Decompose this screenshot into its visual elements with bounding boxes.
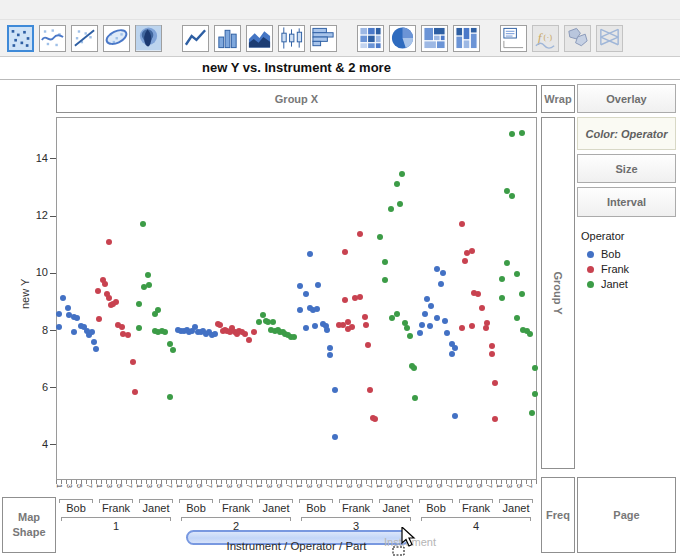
data-point-janet-inst4[interactable]	[519, 130, 525, 136]
data-point-frank-inst1[interactable]	[95, 288, 101, 294]
data-point-frank-inst4[interactable]	[475, 291, 481, 297]
data-point-janet-inst4[interactable]	[514, 315, 520, 321]
data-point-janet-inst3[interactable]	[377, 234, 383, 240]
data-point-frank-inst1[interactable]	[113, 299, 119, 305]
data-point-janet-inst3[interactable]	[382, 259, 388, 265]
group-y-dropzone[interactable]: Group Y	[541, 117, 575, 469]
data-point-bob-inst3[interactable]	[303, 291, 309, 297]
data-point-janet-inst1[interactable]	[146, 282, 152, 288]
data-point-frank-inst3[interactable]	[349, 324, 355, 330]
data-point-janet-inst1[interactable]	[136, 325, 142, 331]
data-point-frank-inst4[interactable]	[492, 380, 498, 386]
color-dropzone[interactable]: Color: Operator	[577, 117, 676, 150]
data-point-janet-inst1[interactable]	[136, 301, 142, 307]
data-point-bob-inst3[interactable]	[297, 307, 303, 313]
data-point-bob-inst4[interactable]	[449, 351, 455, 357]
data-point-frank-inst4[interactable]	[459, 221, 465, 227]
legend-item-frank[interactable]: Frank	[587, 263, 629, 275]
data-point-bob-inst4[interactable]	[442, 318, 448, 324]
data-point-frank-inst4[interactable]	[462, 258, 468, 264]
data-point-janet-inst4[interactable]	[527, 331, 533, 337]
data-point-bob-inst3[interactable]	[315, 282, 321, 288]
data-point-frank-inst3[interactable]	[363, 322, 369, 328]
area-icon[interactable]	[246, 25, 273, 52]
data-point-janet-inst3[interactable]	[404, 325, 410, 331]
data-point-janet-inst3[interactable]	[382, 277, 388, 283]
data-point-frank-inst1[interactable]	[130, 359, 136, 365]
data-point-frank-inst1[interactable]	[125, 332, 131, 338]
data-point-janet-inst1[interactable]	[167, 394, 173, 400]
data-point-bob-inst1[interactable]	[71, 329, 77, 335]
data-point-janet-inst4[interactable]	[514, 271, 520, 277]
data-point-bob-inst1[interactable]	[93, 346, 99, 352]
plot-area[interactable]	[56, 117, 537, 480]
data-point-bob-inst4[interactable]	[417, 330, 423, 336]
data-point-frank-inst1[interactable]	[106, 239, 112, 245]
bar-icon[interactable]	[214, 25, 241, 52]
data-point-bob-inst3[interactable]	[312, 323, 318, 329]
data-point-frank-inst4[interactable]	[479, 305, 485, 311]
smoother-icon[interactable]	[39, 25, 66, 52]
data-point-frank-inst2[interactable]	[251, 329, 257, 335]
data-point-janet-inst3[interactable]	[411, 365, 417, 371]
page-dropzone[interactable]: Page	[577, 477, 676, 553]
data-point-frank-inst3[interactable]	[357, 231, 363, 237]
data-point-frank-inst1[interactable]	[96, 316, 102, 322]
data-point-janet-inst2[interactable]	[270, 319, 276, 325]
data-point-bob-inst1[interactable]	[91, 339, 97, 345]
data-point-janet-inst3[interactable]	[412, 395, 418, 401]
data-point-janet-inst4[interactable]	[509, 193, 515, 199]
data-point-frank-inst1[interactable]	[119, 324, 125, 330]
size-button[interactable]: Size	[577, 154, 676, 183]
data-point-janet-inst2[interactable]	[256, 319, 262, 325]
data-point-frank-inst3[interactable]	[372, 416, 378, 422]
data-point-bob-inst3[interactable]	[314, 306, 320, 312]
data-point-bob-inst4[interactable]	[440, 270, 446, 276]
data-point-frank-inst2[interactable]	[246, 337, 252, 343]
data-point-frank-inst4[interactable]	[459, 325, 465, 331]
data-point-bob-inst1[interactable]	[56, 311, 62, 317]
data-point-bob-inst4[interactable]	[434, 266, 440, 272]
data-point-frank-inst1[interactable]	[102, 281, 108, 287]
caption-box-icon[interactable]	[500, 25, 527, 52]
data-point-frank-inst3[interactable]	[357, 294, 363, 300]
data-point-bob-inst3[interactable]	[297, 283, 303, 289]
data-point-bob-inst4[interactable]	[419, 322, 425, 328]
data-point-janet-inst3[interactable]	[407, 333, 413, 339]
data-point-frank-inst3[interactable]	[342, 297, 348, 303]
data-point-frank-inst4[interactable]	[489, 351, 495, 357]
data-point-janet-inst4[interactable]	[532, 391, 538, 397]
data-point-frank-inst3[interactable]	[342, 249, 348, 255]
wrap-dropzone[interactable]: Wrap	[541, 85, 575, 113]
data-point-frank-inst3[interactable]	[362, 314, 368, 320]
data-point-bob-inst2[interactable]	[212, 331, 218, 337]
data-point-janet-inst4[interactable]	[532, 365, 538, 371]
data-point-bob-inst3[interactable]	[324, 327, 330, 333]
data-point-frank-inst2[interactable]	[242, 331, 248, 337]
interval-button[interactable]: Interval	[577, 187, 676, 217]
ellipse-icon[interactable]	[103, 25, 130, 52]
data-point-bob-inst1[interactable]	[65, 305, 71, 311]
data-point-frank-inst4[interactable]	[489, 343, 495, 349]
data-point-bob-inst4[interactable]	[422, 311, 428, 317]
line-icon[interactable]	[182, 25, 209, 52]
data-point-janet-inst1[interactable]	[167, 341, 173, 347]
treemap-icon[interactable]	[421, 25, 448, 52]
data-point-frank-inst1[interactable]	[132, 389, 138, 395]
map-shape-dropzone[interactable]: Map Shape	[2, 497, 56, 553]
data-point-frank-inst3[interactable]	[365, 342, 371, 348]
data-point-janet-inst3[interactable]	[397, 201, 403, 207]
data-point-janet-inst4[interactable]	[499, 295, 505, 301]
group-x-dropzone[interactable]: Group X	[56, 85, 537, 113]
data-point-bob-inst4[interactable]	[434, 315, 440, 321]
data-point-frank-inst4[interactable]	[484, 320, 490, 326]
data-point-janet-inst3[interactable]	[399, 171, 405, 177]
data-point-frank-inst4[interactable]	[492, 416, 498, 422]
data-point-bob-inst3[interactable]	[303, 325, 309, 331]
data-point-bob-inst1[interactable]	[89, 329, 95, 335]
data-point-bob-inst1[interactable]	[60, 295, 66, 301]
data-point-bob-inst1[interactable]	[74, 315, 80, 321]
mosaic-icon[interactable]	[453, 25, 480, 52]
data-point-janet-inst4[interactable]	[504, 260, 510, 266]
legend-item-janet[interactable]: Janet	[587, 278, 629, 290]
